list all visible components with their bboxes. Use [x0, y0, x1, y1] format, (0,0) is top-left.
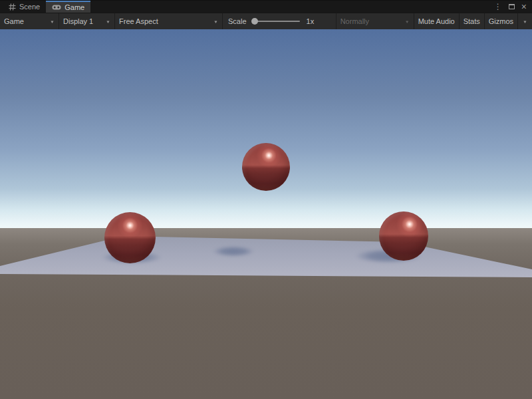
red-sphere-middle	[242, 143, 290, 191]
chevron-down-icon: ▼	[50, 19, 55, 23]
aspect-ratio-dropdown[interactable]: Free Aspect ▼	[115, 13, 223, 29]
red-sphere-left	[104, 212, 156, 263]
scale-control: Scale 1x	[223, 13, 319, 29]
sphere-shadow	[213, 246, 254, 257]
tab-bar: Scene Game ⋮ ×	[0, 0, 532, 13]
scale-slider[interactable]	[252, 17, 300, 25]
grid-icon	[9, 3, 16, 11]
unity-game-panel: Scene Game ⋮ × Game ▼ Display 1 ▼	[0, 0, 532, 399]
chevron-down-icon: ▼	[405, 19, 410, 23]
scale-slider-knob[interactable]	[251, 18, 258, 25]
scale-slider-track[interactable]	[252, 21, 300, 22]
tab-game-label: Game	[65, 3, 84, 11]
mute-audio-button[interactable]: Mute Audio	[414, 13, 460, 29]
gizmos-button[interactable]: Gizmos	[485, 13, 517, 29]
display-dropdown[interactable]: Display 1 ▼	[59, 13, 115, 29]
aspect-ratio-label: Free Aspect	[119, 17, 158, 25]
kebab-menu-icon[interactable]: ⋮	[494, 3, 502, 11]
mute-audio-label: Mute Audio	[418, 17, 455, 25]
gizmos-dropdown[interactable]: ▼	[517, 13, 532, 29]
maximize-icon[interactable]	[509, 4, 515, 9]
chevron-down-icon: ▼	[523, 19, 527, 23]
window-controls: ⋮ ×	[494, 1, 532, 13]
tab-scene-label: Scene	[19, 3, 40, 11]
enter-play-mode-label: Normally	[340, 17, 369, 25]
tab-game[interactable]: Game	[46, 1, 90, 13]
game-view-toolbar: Game ▼ Display 1 ▼ Free Aspect ▼ Scale 1…	[0, 13, 532, 29]
red-sphere-right	[379, 211, 428, 261]
game-viewport[interactable]	[0, 29, 532, 399]
stats-button[interactable]: Stats	[460, 13, 485, 29]
close-icon[interactable]: ×	[521, 2, 527, 11]
gizmos-label: Gizmos	[489, 17, 513, 25]
scale-value: 1x	[307, 17, 315, 25]
view-mode-label: Game	[4, 17, 24, 25]
view-mode-dropdown[interactable]: Game ▼	[0, 13, 59, 29]
display-label: Display 1	[63, 17, 93, 25]
scale-label: Scale	[228, 17, 247, 25]
enter-play-mode-dropdown: Normally ▼	[336, 13, 414, 29]
toolbar-spacer	[319, 13, 336, 29]
chevron-down-icon: ▼	[213, 19, 218, 23]
tab-scene[interactable]: Scene	[3, 1, 46, 13]
gamepad-icon	[52, 4, 61, 11]
stats-label: Stats	[464, 17, 480, 25]
chevron-down-icon: ▼	[106, 19, 110, 23]
